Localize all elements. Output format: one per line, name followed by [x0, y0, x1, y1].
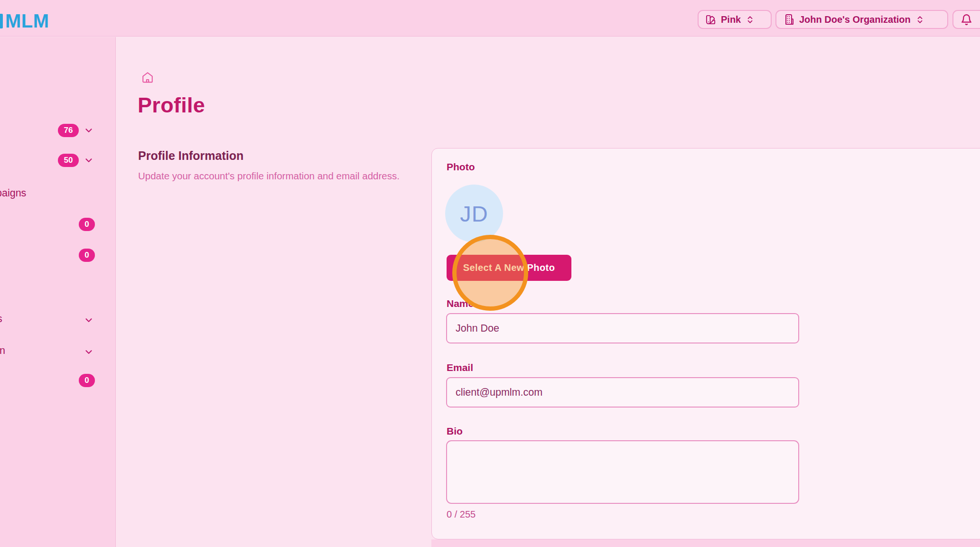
email-field[interactable]	[446, 377, 799, 408]
theme-selector[interactable]: Pink	[698, 10, 772, 29]
count-badge: 50	[58, 154, 79, 167]
bio-label: Bio	[447, 426, 463, 437]
sidebar-item-campaigns[interactable]: paigns	[0, 186, 116, 203]
section-title: Profile Information	[138, 149, 243, 163]
count-badge: 0	[79, 374, 95, 387]
sidebar-item-5[interactable]: 0	[0, 247, 116, 263]
photo-label: Photo	[447, 161, 475, 173]
email-label: Email	[447, 362, 473, 373]
name-field[interactable]	[446, 313, 799, 343]
count-badge: 76	[58, 124, 79, 137]
app-root: MLM Pink John Doe's Organization	[0, 0, 980, 547]
top-header: MLM Pink John Doe's Organization	[0, 0, 980, 37]
chevrons-up-down-icon	[915, 15, 924, 24]
sidebar-item-8[interactable]: 0	[0, 372, 116, 389]
sidebar-item-label: paigns	[0, 187, 26, 199]
chevrons-up-down-icon	[746, 15, 755, 24]
next-section-strip	[431, 539, 980, 547]
logo-text: MLM	[5, 10, 49, 32]
avatar: JD	[445, 185, 503, 242]
name-label: Name	[447, 298, 474, 309]
breadcrumb-home[interactable]	[141, 71, 154, 83]
page-title: Profile	[138, 93, 205, 118]
notifications-button[interactable]	[952, 10, 980, 29]
sidebar-item-1[interactable]: 76	[0, 122, 116, 139]
main-content: Profile Profile Information Update your …	[116, 37, 980, 547]
home-icon	[141, 71, 154, 83]
sidebar: 76 50 paigns 0 0 s n 0	[0, 37, 116, 547]
sidebar-item-7[interactable]: n	[0, 344, 116, 360]
count-badge: 0	[79, 249, 95, 262]
chevron-down-icon	[84, 315, 94, 325]
sidebar-item-6[interactable]: s	[0, 312, 116, 328]
building-icon	[783, 14, 794, 25]
section-description: Update your account's profile informatio…	[138, 170, 400, 182]
bell-icon	[961, 14, 972, 26]
sidebar-item-4[interactable]: 0	[0, 216, 116, 232]
select-new-photo-button[interactable]: Select A New Photo	[447, 255, 571, 281]
bio-character-counter: 0 / 255	[447, 509, 476, 520]
profile-form-card: Photo JD Select A New Photo Name Email B…	[431, 148, 980, 539]
organization-selector[interactable]: John Doe's Organization	[775, 10, 948, 29]
sidebar-item-label: n	[0, 345, 5, 357]
theme-selector-label: Pink	[721, 14, 741, 25]
bio-field[interactable]	[446, 440, 799, 504]
chevron-down-icon	[84, 125, 94, 136]
sidebar-item-2[interactable]: 50	[0, 152, 116, 168]
chevron-down-icon	[84, 347, 94, 357]
sidebar-item-label: s	[0, 313, 2, 325]
logo-letter-fragment	[0, 14, 3, 28]
swatch-book-icon	[705, 14, 716, 25]
organization-selector-label: John Doe's Organization	[799, 14, 911, 25]
chevron-down-icon	[84, 155, 94, 166]
avatar-initials: JD	[460, 201, 488, 227]
count-badge: 0	[79, 218, 95, 231]
